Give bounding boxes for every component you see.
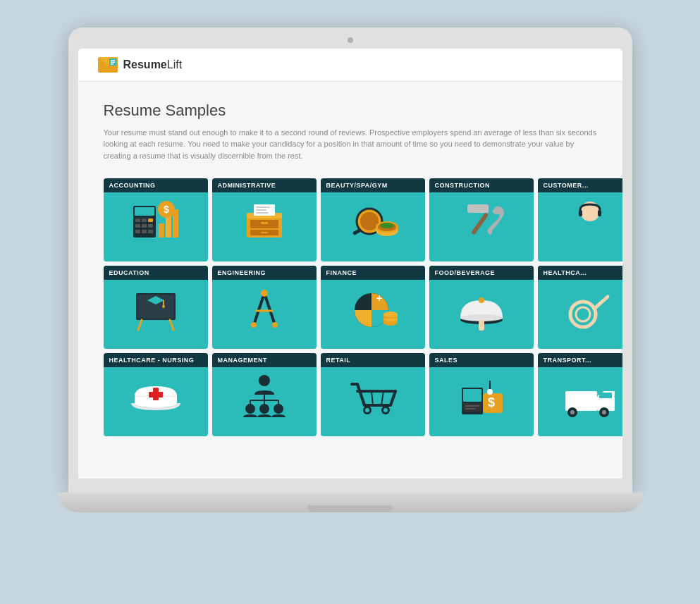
top-bar: ResumeLift	[78, 49, 622, 82]
card-beauty[interactable]: BEAUTY/SPA/GYM	[321, 178, 425, 261]
card-retail[interactable]: RETAIL	[321, 353, 425, 436]
card-label-transport: TRANSPORT...	[538, 353, 622, 367]
svg-text:+: +	[376, 292, 382, 304]
card-label-education: EDUCATION	[104, 266, 208, 280]
svg-line-88	[381, 391, 383, 405]
card-engineering[interactable]: ENGINEERING	[212, 266, 317, 349]
svg-rect-95	[463, 403, 481, 412]
svg-rect-7	[135, 207, 154, 216]
svg-rect-94	[463, 389, 481, 402]
logo-icon	[98, 57, 118, 73]
svg-point-69	[570, 302, 596, 327]
svg-point-92	[383, 408, 388, 412]
svg-text:$: $	[488, 395, 495, 409]
card-label-construction: CONSTRUCTION	[429, 178, 534, 192]
card-food[interactable]: FOOD/BEVERAGE	[429, 266, 534, 349]
svg-rect-12	[142, 224, 147, 228]
svg-rect-29	[256, 207, 270, 208]
svg-rect-68	[479, 320, 484, 331]
svg-point-64	[383, 312, 398, 317]
svg-point-38	[380, 223, 394, 228]
svg-line-52	[254, 293, 264, 325]
svg-point-83	[259, 404, 269, 414]
svg-point-34	[360, 212, 379, 230]
card-sales[interactable]: SALES	[429, 353, 534, 436]
card-management[interactable]: MANAGEMENT	[212, 353, 317, 436]
card-transport[interactable]: TRANSPORT...	[538, 353, 622, 436]
svg-rect-4	[111, 61, 115, 63]
svg-rect-31	[256, 212, 269, 214]
card-label-customer: CUSTOMER...	[538, 178, 622, 192]
card-label-finance: FINANCE	[321, 266, 425, 280]
svg-rect-104	[599, 393, 612, 398]
svg-rect-16	[148, 230, 153, 233]
svg-point-84	[274, 404, 283, 414]
card-label-healthcare: HEALTHCA...	[538, 266, 622, 280]
svg-point-51	[162, 305, 165, 308]
card-label-sales: SALES	[429, 353, 534, 367]
svg-rect-5	[111, 63, 113, 65]
svg-rect-10	[148, 218, 153, 222]
page-title: Resume Samples	[104, 101, 597, 120]
svg-line-47	[170, 320, 173, 330]
svg-rect-39	[467, 204, 489, 213]
svg-rect-75	[149, 393, 162, 397]
card-healthcare-nursing[interactable]: HEALTHCARE - NURSING	[104, 353, 208, 436]
screen-inner: ResumeLift Resume Samples Your resume mu…	[78, 49, 622, 479]
svg-point-70	[576, 307, 590, 321]
svg-rect-102	[565, 391, 597, 411]
card-education[interactable]: EDUCATION	[104, 266, 208, 349]
card-administrative[interactable]: ADMINISTRATIVE	[212, 178, 317, 261]
svg-rect-40	[471, 212, 489, 235]
logo[interactable]: ResumeLift	[98, 57, 183, 73]
svg-point-54	[261, 290, 268, 297]
card-label-administrative: ADMINISTRATIVE	[212, 178, 317, 192]
svg-rect-50	[163, 300, 164, 306]
svg-point-106	[570, 410, 575, 414]
svg-rect-13	[148, 224, 153, 228]
card-finance[interactable]: FINANCE +	[321, 266, 425, 349]
svg-rect-97	[465, 408, 475, 409]
card-label-engineering: ENGINEERING	[212, 266, 317, 280]
svg-point-67	[479, 297, 484, 303]
svg-rect-18	[166, 216, 171, 238]
svg-rect-11	[135, 224, 140, 228]
svg-rect-42	[579, 210, 582, 216]
card-customer[interactable]: CUSTOMER...	[538, 178, 622, 261]
card-label-accounting: ACCOUNTING	[104, 178, 208, 192]
cards-grid: ACCOUNTING	[104, 178, 597, 436]
laptop-wrapper: ResumeLift Resume Samples Your resume mu…	[47, 27, 653, 577]
svg-point-101	[487, 389, 493, 395]
svg-rect-3	[111, 60, 115, 61]
svg-point-56	[272, 322, 278, 328]
svg-rect-96	[465, 405, 479, 407]
card-construction[interactable]: CONSTRUCTION	[429, 178, 534, 261]
card-accounting[interactable]: ACCOUNTING	[104, 178, 208, 261]
card-healthcare[interactable]: HEALTHCA...	[538, 266, 622, 349]
svg-rect-26	[261, 222, 268, 224]
svg-point-82	[245, 404, 255, 414]
svg-line-71	[594, 297, 608, 309]
svg-rect-15	[142, 230, 147, 233]
svg-rect-43	[598, 210, 601, 216]
card-label-beauty: BEAUTY/SPA/GYM	[321, 178, 425, 192]
laptop-screen: ResumeLift Resume Samples Your resume mu…	[68, 27, 632, 493]
svg-point-55	[251, 322, 257, 328]
svg-line-87	[372, 391, 373, 405]
main-content: Resume Samples Your resume must stand ou…	[78, 82, 622, 474]
card-label-food: FOOD/BEVERAGE	[429, 266, 534, 280]
svg-rect-17	[159, 223, 164, 238]
svg-point-108	[602, 410, 606, 414]
svg-rect-30	[256, 209, 266, 211]
svg-point-76	[259, 375, 270, 386]
svg-line-46	[138, 320, 142, 330]
svg-rect-9	[142, 218, 147, 222]
svg-text:$: $	[164, 204, 169, 215]
svg-rect-8	[135, 218, 140, 222]
svg-rect-14	[135, 230, 140, 233]
laptop-base	[58, 493, 643, 512]
page-description: Your resume must stand out enough to mak…	[104, 127, 597, 162]
screen-content: ResumeLift Resume Samples Your resume mu…	[78, 49, 622, 479]
laptop-camera	[348, 37, 353, 43]
card-label-retail: RETAIL	[321, 353, 425, 367]
